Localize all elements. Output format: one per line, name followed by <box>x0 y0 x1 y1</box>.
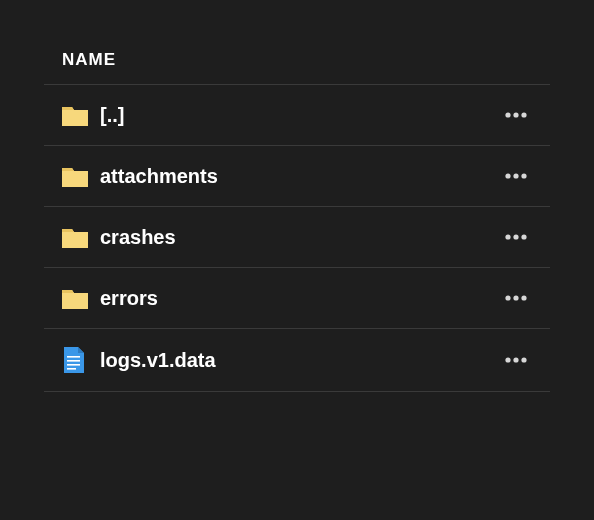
more-button[interactable] <box>500 103 532 127</box>
more-button[interactable] <box>500 225 532 249</box>
svg-point-3 <box>505 173 510 178</box>
folder-icon <box>62 165 100 187</box>
file-row[interactable]: errors <box>44 268 550 329</box>
svg-rect-12 <box>67 356 80 358</box>
file-row-label: attachments <box>100 165 500 188</box>
svg-rect-15 <box>67 368 76 370</box>
svg-point-2 <box>521 112 526 117</box>
svg-rect-14 <box>67 364 80 366</box>
file-row[interactable]: attachments <box>44 146 550 207</box>
file-row[interactable]: [..] <box>44 85 550 146</box>
file-icon <box>62 347 100 373</box>
svg-point-6 <box>505 234 510 239</box>
svg-point-16 <box>505 357 510 362</box>
column-header-name[interactable]: NAME <box>62 50 116 70</box>
more-button[interactable] <box>500 286 532 310</box>
svg-point-9 <box>505 295 510 300</box>
svg-point-11 <box>521 295 526 300</box>
file-row[interactable]: logs.v1.data <box>44 329 550 392</box>
svg-point-5 <box>521 173 526 178</box>
more-icon <box>504 357 528 363</box>
svg-point-8 <box>521 234 526 239</box>
more-button[interactable] <box>500 164 532 188</box>
more-button[interactable] <box>500 348 532 372</box>
file-row-label: [..] <box>100 104 500 127</box>
file-list: NAME [..] attachments <box>0 0 594 392</box>
svg-point-0 <box>505 112 510 117</box>
folder-icon <box>62 287 100 309</box>
svg-point-18 <box>521 357 526 362</box>
folder-icon <box>62 226 100 248</box>
file-row-label: crashes <box>100 226 500 249</box>
svg-rect-13 <box>67 360 80 362</box>
svg-point-17 <box>513 357 518 362</box>
column-header-row: NAME <box>44 38 550 85</box>
more-icon <box>504 173 528 179</box>
file-row[interactable]: crashes <box>44 207 550 268</box>
folder-icon <box>62 104 100 126</box>
svg-point-1 <box>513 112 518 117</box>
svg-point-4 <box>513 173 518 178</box>
more-icon <box>504 234 528 240</box>
more-icon <box>504 112 528 118</box>
file-row-label: errors <box>100 287 500 310</box>
more-icon <box>504 295 528 301</box>
svg-point-10 <box>513 295 518 300</box>
svg-point-7 <box>513 234 518 239</box>
file-row-label: logs.v1.data <box>100 349 500 372</box>
